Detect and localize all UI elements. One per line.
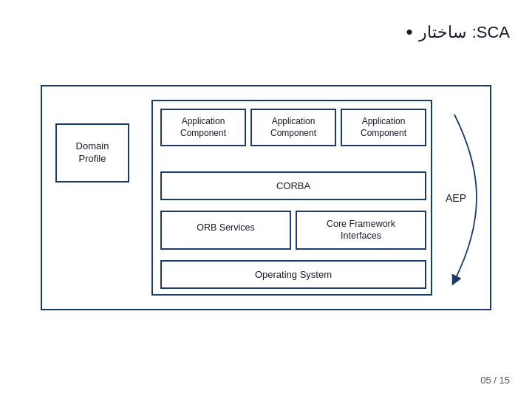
title-arabic: ساختار (419, 23, 466, 42)
middle-row: ORB Services Core Framework Interfaces (160, 211, 426, 250)
core-framework-line2: Interfaces (300, 230, 422, 242)
app-component-2-line1: Application (255, 116, 332, 128)
app-component-1-line2: Component (165, 128, 242, 140)
app-component-2-line2: Component (255, 128, 332, 140)
domain-profile-box: Domain Profile (55, 123, 129, 183)
corba-box: CORBA (160, 171, 426, 200)
app-component-2: Application Component (250, 109, 336, 146)
title-latin: SCA: (472, 23, 510, 42)
app-component-3-line2: Component (345, 128, 422, 140)
diagram-container: Domain Profile Application Component App… (41, 85, 491, 310)
bullet-dot: • (406, 21, 413, 44)
page-number: 05 / 15 (480, 375, 510, 386)
orb-services-box: ORB Services (160, 211, 291, 250)
domain-profile-line1: Domain (76, 140, 109, 153)
domain-profile-line2: Profile (76, 153, 109, 166)
operating-system-label: Operating System (255, 269, 332, 280)
core-framework-line1: Core Framework (300, 218, 422, 230)
inner-content-area: Application Component Application Compon… (151, 100, 432, 296)
core-framework-box: Core Framework Interfaces (296, 211, 426, 250)
app-component-1: Application Component (160, 109, 246, 146)
corba-label: CORBA (276, 180, 310, 191)
app-component-3-line1: Application (345, 116, 422, 128)
header-title: SCA: ساختار • (406, 21, 510, 44)
app-component-3: Application Component (341, 109, 426, 146)
app-components-row: Application Component Application Compon… (160, 109, 426, 146)
app-component-1-line1: Application (165, 116, 242, 128)
operating-system-box: Operating System (160, 260, 426, 289)
aep-arrow-svg: AEP (440, 100, 484, 296)
orb-services-label: ORB Services (197, 222, 255, 233)
svg-text:AEP: AEP (446, 192, 466, 204)
